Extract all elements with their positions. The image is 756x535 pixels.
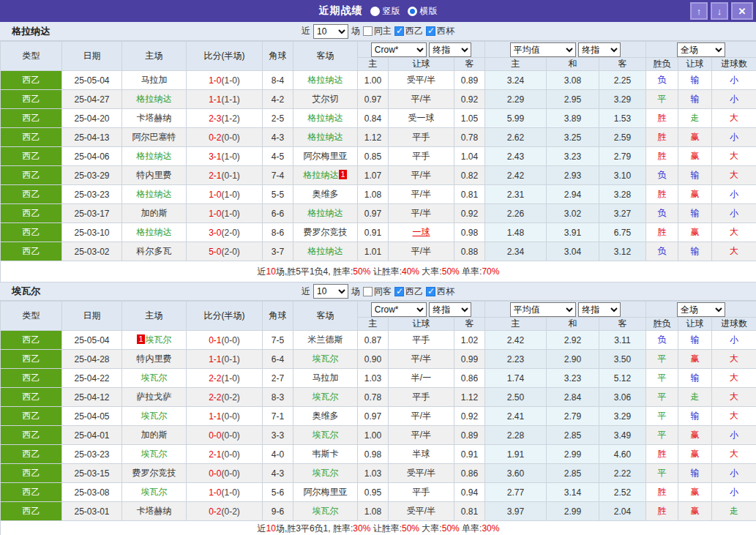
same-venue-checkbox[interactable]: 同主 xyxy=(363,25,392,37)
summary-stat-value: 10 xyxy=(266,523,276,534)
close-button[interactable]: ✕ xyxy=(731,2,753,20)
odds-time-select[interactable]: 终指 xyxy=(429,42,471,57)
handicap-result-cell: 赢 xyxy=(678,483,712,502)
avg-away-cell: 2.25 xyxy=(599,71,646,90)
average-select[interactable]: 平均值 xyxy=(510,302,576,317)
halftime-score: (1-0) xyxy=(222,190,240,200)
league-laliga2-checkbox[interactable]: 西乙 xyxy=(394,285,423,298)
handicap-result: 赢 xyxy=(691,189,700,199)
col-winloss: 胜负 xyxy=(646,318,678,331)
cup-copa-checkbox[interactable]: 西杯 xyxy=(426,285,454,298)
handicap-result: 输 xyxy=(691,246,700,256)
games-suffix-label: 场 xyxy=(351,25,360,37)
scope-select[interactable]: 全场 xyxy=(677,42,725,57)
score-cell: 2-2(1-0) xyxy=(187,369,263,388)
away-odds-cell: 0.81 xyxy=(454,185,485,204)
home-team-cell: 卡塔赫纳 xyxy=(122,109,187,128)
away-odds-cell: 1.02 xyxy=(454,331,485,350)
handicap-cell: 平/半 xyxy=(389,204,454,223)
handicap-result: 赢 xyxy=(691,487,700,497)
checkbox-checked-icon xyxy=(426,26,435,36)
home-team-cell: 格拉纳达 xyxy=(122,185,187,204)
handicap-value[interactable]: 一球 xyxy=(413,227,430,237)
home-team-cell: 卡塔赫纳 xyxy=(122,502,187,521)
handicap-cell: 平/半 xyxy=(389,350,454,369)
winloss-result: 平 xyxy=(658,468,667,478)
avg-home-cell: 1.91 xyxy=(485,445,547,464)
same-venue-checkbox[interactable]: 同客 xyxy=(363,285,392,298)
layout-vertical-radio[interactable]: 竖版 xyxy=(370,5,400,18)
score-cell: 0-0(0-0) xyxy=(187,426,263,445)
layout-horizontal-radio[interactable]: 横版 xyxy=(408,5,438,18)
avg-home-cell: 2.42 xyxy=(485,166,547,185)
avg-home-cell: 2.31 xyxy=(485,185,547,204)
league-cell: 西乙 xyxy=(1,426,62,445)
match-row: 西乙25-03-17加的斯1-0(1-0)6-6格拉纳达0.97平/半0.922… xyxy=(1,204,756,223)
league-laliga2-checkbox[interactable]: 西乙 xyxy=(394,25,423,37)
bookmaker-select[interactable]: Crow* xyxy=(371,302,427,317)
handicap-value: 半球 xyxy=(413,449,430,459)
move-down-button[interactable]: ↓ xyxy=(711,2,728,20)
match-row: 西乙25-04-28特内里费1-1(0-1)6-4埃瓦尔0.90平/半0.992… xyxy=(1,350,756,369)
fulltime-score: 0-0 xyxy=(209,430,221,441)
date-cell: 25-04-01 xyxy=(62,426,122,445)
team-name: 奥维多 xyxy=(312,411,339,421)
corner-cell: 7-1 xyxy=(263,407,293,426)
corner-cell: 5-5 xyxy=(263,185,293,204)
handicap-result-cell: 输 xyxy=(678,71,712,90)
score-cell: 0-1(0-0) xyxy=(187,331,263,350)
handicap-result: 输 xyxy=(691,94,700,104)
avg-time-select[interactable]: 终指 xyxy=(578,42,621,57)
recent-games-select[interactable]: 10 xyxy=(313,284,348,299)
avg-time-select[interactable]: 终指 xyxy=(578,302,621,317)
average-select[interactable]: 平均值 xyxy=(510,42,576,57)
avg-away-cell: 3.49 xyxy=(599,426,646,445)
scope-select[interactable]: 全场 xyxy=(677,302,725,317)
halftime-score: (0-2) xyxy=(222,506,240,517)
corner-cell: 2-7 xyxy=(263,369,293,388)
home-team-cell: 埃瓦尔 xyxy=(122,445,187,464)
home-team-cell: 加的斯 xyxy=(122,204,187,223)
result-cell: 胜 xyxy=(646,147,678,166)
goals-result-cell: 大 xyxy=(712,407,756,426)
cup-copa-checkbox[interactable]: 西杯 xyxy=(426,25,454,37)
match-row: 西乙25-03-02科尔多瓦5-0(2-0)3-7格拉纳达1.01平/半0.88… xyxy=(1,242,756,261)
goals-result-cell: 大 xyxy=(712,242,756,261)
home-odds-cell: 1.01 xyxy=(358,242,389,261)
window-title: 近期战绩 xyxy=(319,4,363,18)
move-up-button[interactable]: ↑ xyxy=(690,2,708,20)
avg-odds-group: 平均值 终指 xyxy=(485,302,646,318)
corner-cell: 2-5 xyxy=(263,109,293,128)
home-odds-cell: 1.03 xyxy=(358,369,389,388)
away-odds-cell: 0.91 xyxy=(454,445,485,464)
away-team-cell: 格拉纳达 xyxy=(293,242,358,261)
avg-away-cell: 4.60 xyxy=(599,445,646,464)
home-odds-cell: 0.90 xyxy=(358,350,389,369)
score-cell: 1-1(1-1) xyxy=(187,90,263,109)
avg-draw-cell: 3.25 xyxy=(547,128,599,147)
bookmaker-select[interactable]: Crow* xyxy=(371,42,427,57)
team-name: 费罗尔竞技 xyxy=(132,468,176,478)
league-cell: 西乙 xyxy=(1,204,62,223)
granada-matches-table: 类型 日期 主场 比分(半场) 角球 客场 Crow* 终指 平均值 终指 全场… xyxy=(0,41,756,283)
avg-away-cell: 2.79 xyxy=(599,147,646,166)
goals-result: 大 xyxy=(730,411,738,421)
handicap-result-cell: 输 xyxy=(678,204,712,223)
avg-home-cell: 2.34 xyxy=(485,242,547,261)
goals-result-cell: 大 xyxy=(712,166,756,185)
recent-games-select[interactable]: 10 xyxy=(313,24,348,39)
avg-odds-group: 平均值 终指 xyxy=(485,42,646,58)
handicap-cell: 一球 xyxy=(389,223,454,242)
col-score: 比分(半场) xyxy=(187,302,263,331)
away-odds-cell: 0.98 xyxy=(454,223,485,242)
col-avg-draw: 和 xyxy=(547,318,599,331)
home-odds-cell: 0.97 xyxy=(358,204,389,223)
away-team-cell: 费罗尔竞技 xyxy=(293,223,358,242)
match-row: 西乙25-03-08埃瓦尔1-0(1-0)5-6阿尔梅里亚0.95平手0.942… xyxy=(1,483,756,502)
goals-result: 小 xyxy=(730,189,738,199)
same-venue-label: 同客 xyxy=(374,285,392,298)
summary-text: 单率: xyxy=(460,523,482,534)
league-cell: 西乙 xyxy=(1,407,62,426)
odds-time-select[interactable]: 终指 xyxy=(429,302,471,317)
fulltime-group: 全场 xyxy=(646,302,756,318)
